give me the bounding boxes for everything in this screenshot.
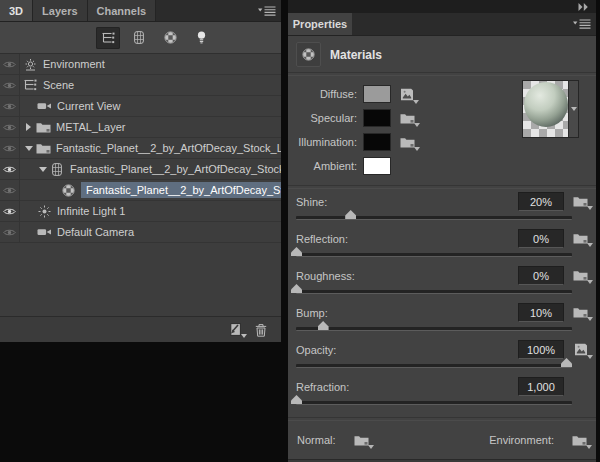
eye-icon [3,102,16,111]
slider-track[interactable] [296,401,572,405]
folder-map-button[interactable] [572,435,587,446]
slider-thumb[interactable] [291,247,302,256]
tree-row-default-camera[interactable]: Default Camera [0,222,281,243]
new-item-icon[interactable] [226,323,241,336]
visibility-toggle[interactable] [0,201,20,221]
visibility-toggle[interactable] [0,180,20,200]
slider-track[interactable] [296,290,572,294]
photoshop-workspace: 3DLayersChannels EnvironmentSceneCurrent… [0,0,600,462]
swatch-label: Ambient: [296,160,357,172]
page-title: Materials [330,48,382,62]
tree-row-scene[interactable]: Scene [0,75,281,96]
tab-layers[interactable]: Layers [33,0,87,21]
tree-row-label: Scene [43,79,74,91]
visibility-toggle[interactable] [0,222,20,242]
slider-track[interactable] [296,364,572,368]
tree-row-fantastic-planet-2-by-artofdecay-stock-l[interactable]: Fantastic_Planet__2_by_ArtOfDecay_Stock_… [0,138,281,159]
tree-row-fantastic-planet-2-by-artofdecay-stock[interactable]: Fantastic_Planet__2_by_ArtOfDecay_Stock [0,180,281,201]
tab-channels[interactable]: Channels [88,0,157,21]
folder-map-button[interactable] [573,233,588,244]
tree-row-label: Current View [57,100,120,112]
material-preview-sphere [523,81,568,137]
texture-map-button[interactable] [400,88,414,101]
color-swatch[interactable] [363,157,391,175]
visibility-toggle[interactable] [0,54,20,74]
slider-thumb[interactable] [291,284,302,293]
slider-thumb[interactable] [561,358,572,367]
color-swatch[interactable] [363,109,391,127]
tab-3d[interactable]: 3D [0,0,33,21]
folder-map-button[interactable] [400,113,415,124]
slider-track[interactable] [296,216,572,220]
slider-value-field[interactable]: 20% [518,192,564,211]
visibility-toggle[interactable] [0,75,20,95]
slider-value-field[interactable]: 10% [518,303,564,322]
folder-map-button[interactable] [573,196,588,207]
tree-row-environment[interactable]: Environment [0,54,281,75]
delete-icon[interactable] [254,323,268,337]
folder-icon [573,196,588,207]
slider-value-field[interactable]: 1,000 [518,377,564,396]
folder-map-button[interactable] [573,307,588,318]
slider-thumb[interactable] [318,321,329,330]
panel-menu-icon[interactable] [258,6,276,16]
3d-panel-footer [0,316,281,342]
material-preview[interactable] [522,80,579,138]
slider-track[interactable] [296,253,572,257]
eye-icon [3,165,16,174]
tabbar-filler [352,13,596,35]
tree-row-fantastic-planet-2-by-artofdecay-stock-m[interactable]: Fantastic_Planet__2_by_ArtOfDecay_Stock … [0,159,281,180]
color-swatch[interactable] [363,85,391,103]
material-preview-picker[interactable] [568,81,578,137]
twisty-expanded-icon[interactable] [36,167,49,172]
light-icon [38,205,51,218]
caret-down-icon [587,243,593,247]
panel-menu-icon[interactable] [573,19,591,29]
texture-map-button[interactable] [574,343,588,356]
texture-icon [574,343,588,356]
caret-down-icon [241,334,247,338]
collapse-panel-icon[interactable] [578,3,589,11]
3d-filter-toolbar [0,22,281,54]
visibility-toggle[interactable] [0,159,20,179]
folder-icon [573,233,588,244]
scene-filter-button[interactable] [96,27,120,49]
slider-label: Shine: [296,196,518,208]
scene-filter-icon [101,32,115,44]
folder-map-button[interactable] [573,270,588,281]
slider-value-field[interactable]: 0% [518,229,564,248]
slider-thumb[interactable] [291,395,302,404]
caret-down-icon [586,445,592,449]
material-icon [62,184,75,197]
swatch-label: Illumination: [296,136,357,148]
slider-refraction: Refraction:1,000 [296,376,588,413]
tree-row-infinite-light-1[interactable]: Infinite Light 1 [0,201,281,222]
visibility-toggle[interactable] [0,117,20,137]
tree-row-metal-layer[interactable]: METAL_Layer [0,117,281,138]
slider-thumb[interactable] [345,210,356,219]
light-filter-icon [197,31,206,44]
tree-row-current-view[interactable]: Current View [0,96,281,117]
color-swatch[interactable] [363,133,391,151]
visibility-toggle[interactable] [0,138,20,158]
tab-properties[interactable]: Properties [288,13,352,35]
slider-reflection: Reflection:0% [296,228,588,265]
visibility-toggle[interactable] [0,96,20,116]
material-filter-button[interactable] [158,27,182,49]
slider-value-field[interactable]: 100% [518,340,564,359]
eye-icon [3,123,16,132]
folder-map-button[interactable] [354,435,369,446]
normal-environment-row: Normal:Environment: [288,421,596,459]
folder-map-button[interactable] [400,137,415,148]
mesh-filter-button[interactable] [127,27,151,49]
light-filter-button[interactable] [189,27,213,49]
slider-track[interactable] [296,327,572,331]
eye-icon [3,144,16,153]
folder-icon [36,122,51,133]
slider-roughness: Roughness:0% [296,265,588,302]
slider-bump: Bump:10% [296,302,588,339]
slider-value-field[interactable]: 0% [518,266,564,285]
twisty-collapsed-icon[interactable] [22,123,35,131]
panel-collapse-strip [288,0,596,13]
twisty-expanded-icon[interactable] [22,146,35,151]
